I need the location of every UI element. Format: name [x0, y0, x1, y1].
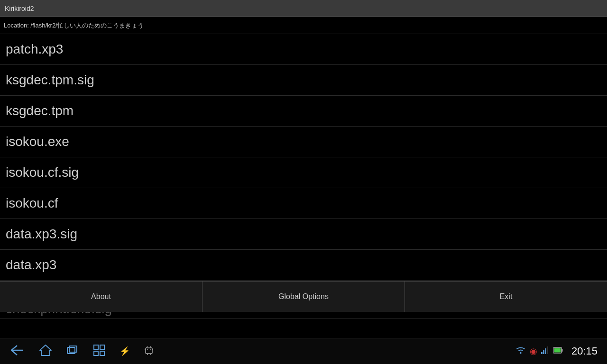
svg-point-16: [520, 353, 521, 354]
file-list: patch.xp3ksgdec.tpm.sigksgdec.tpmisokou.…: [0, 34, 607, 318]
battery-icon: [553, 346, 563, 356]
back-button[interactable]: [9, 345, 25, 358]
list-item[interactable]: data.xp3.sig: [0, 219, 607, 250]
svg-rect-6: [94, 351, 98, 355]
file-name: data.xp3.sig: [6, 227, 77, 242]
svg-rect-3: [69, 346, 77, 352]
svg-rect-4: [94, 345, 98, 349]
recent-apps-button[interactable]: [66, 345, 79, 358]
svg-rect-20: [547, 346, 548, 354]
svg-rect-19: [545, 348, 546, 354]
wifi-icon: [515, 346, 526, 356]
svg-point-11: [150, 349, 151, 350]
menu-bar: About Global Options Exit: [0, 281, 607, 312]
svg-rect-23: [554, 348, 561, 353]
svg-rect-2: [67, 347, 75, 354]
svg-rect-5: [100, 345, 104, 349]
signal-icon: ◉: [530, 346, 537, 356]
list-item[interactable]: data.xp3: [0, 250, 607, 281]
file-name: data.xp3: [6, 257, 56, 273]
list-item[interactable]: ksgdec.tpm: [0, 96, 607, 127]
file-name: patch.xp3: [6, 42, 63, 57]
about-button[interactable]: About: [0, 282, 202, 312]
about-label: About: [91, 292, 111, 301]
list-item[interactable]: isokou.exe: [0, 127, 607, 157]
file-name: isokou.exe: [6, 134, 69, 149]
home-button[interactable]: [39, 344, 52, 359]
file-name: isokou.cf: [6, 196, 58, 211]
main-content: Kirikiroid2 Location: /flash/kr2/忙しい人のため…: [0, 0, 607, 338]
file-name: isokou.cf.sig: [6, 165, 79, 180]
global-options-button[interactable]: Global Options: [202, 282, 405, 312]
svg-rect-22: [561, 349, 563, 352]
list-item[interactable]: ksgdec.tpm.sig: [0, 65, 607, 96]
time-display: 20:15: [571, 345, 598, 357]
title-bar: Kirikiroid2: [0, 0, 607, 17]
nav-left: ⚡: [9, 344, 154, 359]
location-text: Location: /flash/kr2/忙しい人のためのこうまきょう: [4, 21, 144, 30]
list-item[interactable]: patch.xp3: [0, 34, 607, 65]
svg-point-10: [147, 349, 148, 350]
svg-marker-1: [40, 345, 51, 355]
svg-rect-7: [100, 351, 104, 355]
nav-right: ◉ 20:15: [515, 345, 598, 357]
signal-bars-icon: [541, 346, 550, 356]
list-item[interactable]: isokou.cf: [0, 188, 607, 219]
app-title: Kirikiroid2: [5, 5, 34, 12]
exit-label: Exit: [500, 292, 513, 301]
location-bar: Location: /flash/kr2/忙しい人のためのこうまきょう: [0, 17, 607, 34]
file-name: ksgdec.tpm: [6, 103, 74, 118]
usb-icon: ⚡: [120, 346, 130, 356]
list-item[interactable]: isokou.cf.sig: [0, 157, 607, 188]
nav-bar: ⚡ ◉: [0, 338, 607, 364]
android-icon: [144, 345, 154, 358]
file-name: ksgdec.tpm.sig: [6, 73, 94, 88]
global-options-label: Global Options: [278, 292, 329, 301]
grid-button[interactable]: [93, 344, 105, 359]
svg-rect-17: [541, 352, 543, 354]
exit-button[interactable]: Exit: [405, 282, 607, 312]
svg-rect-18: [543, 350, 544, 354]
